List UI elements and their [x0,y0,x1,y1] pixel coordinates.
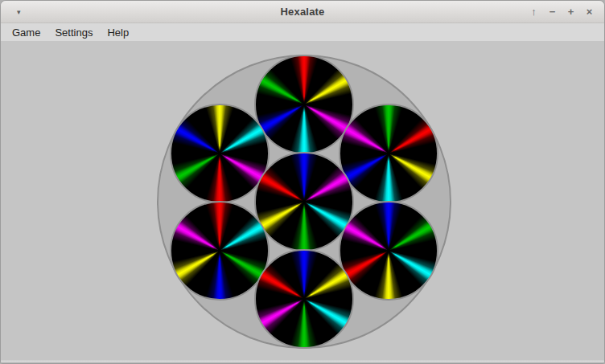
close-icon[interactable]: × [583,1,595,22]
disc-top[interactable] [254,55,354,154]
disc-upper-right[interactable] [339,104,438,203]
disc-lower-left[interactable] [170,201,270,301]
disc-upper-left[interactable] [170,104,270,203]
shade-icon[interactable]: ↑ [528,1,540,22]
minimize-icon[interactable]: − [546,1,558,22]
app-window: ▾ Hexalate ↑ − + × Game Settings Help [0,0,605,364]
menu-game[interactable]: Game [5,25,47,40]
window-menu-icon[interactable]: ▾ [12,1,26,22]
disc-bottom[interactable] [254,249,354,349]
menu-settings[interactable]: Settings [47,25,100,40]
menu-help[interactable]: Help [100,25,136,40]
disc-lower-right[interactable] [339,201,438,301]
disc-center[interactable] [254,152,354,252]
window-controls: ↑ − + × [528,1,595,22]
window-bottom-edge [1,360,604,363]
game-board [1,41,604,360]
maximize-icon[interactable]: + [565,1,577,22]
window-title: Hexalate [280,6,324,18]
titlebar: ▾ Hexalate ↑ − + × [1,1,604,23]
menubar: Game Settings Help [1,23,604,41]
